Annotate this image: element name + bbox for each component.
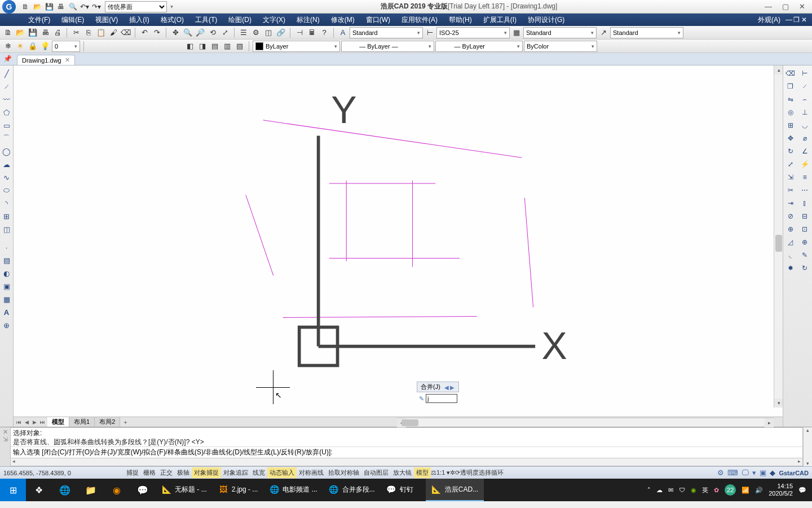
status-toggle[interactable]: 对称画线 bbox=[297, 467, 326, 478]
undo-icon[interactable]: ↶▾ bbox=[80, 2, 90, 12]
status-toggle[interactable]: 极轴 bbox=[175, 467, 192, 478]
new-icon[interactable]: 🗎 bbox=[2, 27, 14, 38]
scale-icon[interactable]: ⤢ bbox=[785, 159, 796, 170]
layer-lock-icon[interactable]: 🔒 bbox=[27, 41, 38, 52]
flower-icon[interactable]: ✿ bbox=[714, 487, 719, 494]
layer-merge-icon[interactable]: ▥ bbox=[222, 41, 233, 52]
start-button[interactable]: ⊞ bbox=[0, 479, 26, 501]
dim-continue-icon[interactable]: ⋯ bbox=[799, 185, 810, 196]
redo-icon[interactable]: ↷▾ bbox=[91, 2, 102, 12]
menu-item[interactable]: 标注(N) bbox=[291, 15, 325, 25]
doc-minimize-icon[interactable]: — bbox=[784, 16, 792, 24]
notifications-icon[interactable]: 💬 bbox=[798, 487, 806, 494]
tablestyle-icon[interactable]: ▦ bbox=[511, 27, 522, 38]
taskbar-task[interactable]: 📐浩辰CAD... bbox=[426, 479, 484, 501]
tray-expand-icon[interactable]: ▾ bbox=[752, 468, 756, 477]
nvidia-icon[interactable]: ◉ bbox=[691, 487, 696, 494]
matchprop-icon[interactable]: 🖌 bbox=[108, 27, 119, 38]
network-icon[interactable]: 📶 bbox=[742, 487, 749, 494]
spline-icon[interactable]: ∿ bbox=[1, 172, 12, 183]
dim-icon[interactable]: ⊣ bbox=[294, 27, 305, 38]
defender-icon[interactable]: 🛡 bbox=[679, 487, 685, 493]
layer-prev-icon[interactable]: ◧ bbox=[184, 41, 196, 52]
cmd-hscroll[interactable]: ◂▸ bbox=[11, 458, 802, 466]
rectangle-icon[interactable]: ▭ bbox=[1, 120, 12, 131]
copy-icon[interactable]: ⎘ bbox=[83, 27, 94, 38]
layout-tab-1[interactable]: 布局1 bbox=[69, 417, 95, 427]
doc-close-icon[interactable]: ✕ bbox=[800, 16, 807, 24]
tab-next-icon[interactable]: ▶ bbox=[30, 419, 38, 425]
color-combo[interactable]: ByLayer▾ bbox=[253, 41, 340, 52]
dimstyle-icon[interactable]: ⊢ bbox=[424, 27, 435, 38]
menu-item[interactable]: 扩展工具(I) bbox=[478, 15, 522, 25]
layer-match-icon[interactable]: ▧ bbox=[234, 41, 245, 52]
dim-angular-icon[interactable]: ∠ bbox=[799, 146, 810, 157]
clock[interactable]: 14:15 2020/5/2 bbox=[769, 483, 793, 497]
offset-icon[interactable]: ◎ bbox=[785, 107, 796, 118]
mleader-style-combo[interactable]: Standard▾ bbox=[610, 27, 683, 38]
prev-option-icon[interactable]: ◀ bbox=[444, 384, 449, 391]
save-icon[interactable]: 💾 bbox=[27, 27, 38, 38]
taskbar-task[interactable]: 🌐合并多段... bbox=[323, 479, 381, 501]
eraser-icon[interactable]: ⌫ bbox=[120, 27, 131, 38]
join-icon[interactable]: ⊕ bbox=[785, 224, 796, 235]
status-toggle[interactable]: 放大镜 bbox=[391, 467, 414, 478]
dim-style-combo[interactable]: ISO-25▾ bbox=[436, 27, 510, 38]
dim-break-icon[interactable]: ⊟ bbox=[799, 211, 810, 222]
array-icon[interactable]: ⊞ bbox=[785, 120, 796, 131]
menu-item[interactable]: 协同设计(G) bbox=[522, 15, 570, 25]
scroll-thumb[interactable] bbox=[401, 419, 418, 426]
layer-iso-icon[interactable]: ▤ bbox=[209, 41, 220, 52]
menu-item[interactable]: 文字(X) bbox=[257, 15, 291, 25]
dim-diameter-icon[interactable]: ⌀ bbox=[799, 133, 810, 144]
tab-first-icon[interactable]: ⏮ bbox=[15, 419, 23, 425]
explode-icon[interactable]: ✸ bbox=[785, 262, 796, 274]
menu-item[interactable]: 编辑(E) bbox=[56, 15, 90, 25]
menu-item[interactable]: 修改(M) bbox=[325, 15, 360, 25]
dim-radius-icon[interactable]: ◡ bbox=[799, 120, 810, 131]
cut-icon[interactable]: ✂ bbox=[70, 27, 82, 38]
layer-freeze-icon[interactable]: ❄ bbox=[2, 41, 14, 52]
layer-on-icon[interactable]: 💡 bbox=[39, 41, 51, 52]
break-icon[interactable]: ⊘ bbox=[785, 211, 796, 222]
menu-item[interactable]: 应用软件(A) bbox=[396, 15, 443, 25]
dim-quick-icon[interactable]: ⚡ bbox=[799, 159, 810, 170]
folder-icon[interactable]: 📁 bbox=[78, 479, 104, 501]
tab-close-icon[interactable]: ✕ bbox=[65, 56, 70, 64]
scroll-right-icon[interactable]: ▸ bbox=[765, 418, 774, 427]
dim-arc-icon[interactable]: ⌢ bbox=[799, 94, 810, 105]
plotstyle-combo[interactable]: ByColor▾ bbox=[524, 41, 597, 52]
status-toggle[interactable]: 自动图层 bbox=[361, 467, 391, 478]
scroll-down-icon[interactable]: ▾ bbox=[774, 398, 783, 408]
stretch-icon[interactable]: ⇲ bbox=[785, 172, 796, 183]
layout-tab-model[interactable]: 模型 bbox=[47, 417, 69, 427]
extend-icon[interactable]: ⇥ bbox=[785, 198, 796, 209]
dim-update-icon[interactable]: ↻ bbox=[799, 262, 810, 274]
doc-restore-icon[interactable]: ❐ bbox=[792, 16, 800, 24]
block-icon[interactable]: ◫ bbox=[1, 224, 12, 235]
cmd-handle[interactable]: ✕⇲ bbox=[0, 427, 10, 466]
dim-space-icon[interactable]: ⫿ bbox=[799, 198, 810, 209]
anno-scale-icon[interactable]: ⚖ bbox=[431, 469, 436, 476]
taskbar-task[interactable]: 📐无标题 - ... bbox=[156, 479, 213, 501]
status-toggle[interactable]: 正交 bbox=[158, 467, 175, 478]
fillet-icon[interactable]: ◟ bbox=[785, 249, 796, 261]
trim-icon[interactable]: ✂ bbox=[785, 185, 796, 196]
print-icon[interactable]: 🖶 bbox=[56, 2, 66, 12]
dim-ord-icon[interactable]: ⊥ bbox=[799, 107, 810, 118]
pin-icon[interactable]: 📌 bbox=[3, 55, 12, 63]
menu-item[interactable]: 格式(O) bbox=[155, 15, 189, 25]
zoom-ext-icon[interactable]: ⤢ bbox=[219, 27, 231, 38]
ellipse-icon[interactable]: ⬭ bbox=[1, 185, 12, 196]
copy-obj-icon[interactable]: ❐ bbox=[785, 81, 796, 92]
menu-item[interactable]: 插入(I) bbox=[123, 15, 155, 25]
table-style-combo[interactable]: Standard▾ bbox=[523, 27, 597, 38]
tab-prev-icon[interactable]: ◀ bbox=[23, 419, 30, 425]
rotate-icon[interactable]: ↻ bbox=[785, 146, 796, 157]
workspace-select[interactable]: 传统界面 bbox=[105, 1, 167, 12]
dynamic-input-option[interactable]: 合并(J) ◀▶ bbox=[417, 382, 459, 392]
selection-cycling[interactable]: 选择循环 bbox=[479, 468, 504, 477]
drawing-canvas[interactable]: Y X ↖ 合并(J) ◀▶ ✎ ▴ bbox=[14, 65, 783, 417]
cmd-input[interactable] bbox=[333, 449, 800, 457]
next-option-icon[interactable]: ▶ bbox=[449, 384, 455, 391]
